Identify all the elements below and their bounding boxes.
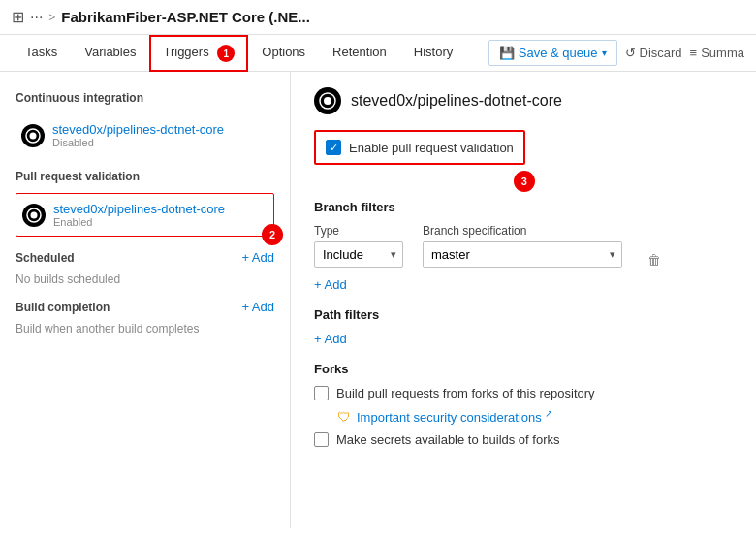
build-completion-no-content: Build when another build completes [16, 322, 274, 336]
build-forks-label: Build pull requests from forks of this r… [336, 386, 595, 400]
enable-pr-label: Enable pull request validation [349, 141, 514, 155]
right-panel-repo-icon [314, 87, 341, 114]
build-completion-section-header: Build completion + Add [16, 300, 274, 314]
undo-icon: ↺ [625, 46, 636, 60]
nav-actions: 💾 Save & queue ▾ ↺ Discard ≡ Summa [488, 40, 744, 66]
enable-pr-checkbox[interactable]: ✓ [326, 140, 341, 155]
scheduled-section-header: Scheduled + Add [16, 250, 274, 265]
ci-repo-icon [21, 124, 45, 147]
security-row: 🛡 Important security considerations ↗ [337, 408, 733, 425]
tab-triggers[interactable]: Triggers 1 [149, 35, 248, 72]
secrets-checkbox[interactable] [314, 432, 329, 447]
tab-variables[interactable]: Variables [71, 35, 149, 71]
nav-tabs: Tasks Variables Triggers 1 Options Reten… [0, 35, 756, 72]
more-options-button[interactable]: ··· [30, 9, 43, 26]
branch-spec-input[interactable] [424, 242, 621, 267]
tab-retention[interactable]: Retention [319, 35, 400, 71]
build-completion-add-button[interactable]: + Add [241, 300, 274, 314]
badge-3: 3 [514, 171, 535, 192]
save-icon: 💾 [499, 46, 515, 60]
right-panel-repo-name: steved0x/pipelines-dotnet-core [351, 92, 562, 110]
pr-repo-name: steved0x/pipelines-dotnet-core [53, 202, 225, 216]
branch-filters-row: Type Include Exclude ▾ Branch specificat… [314, 224, 733, 268]
path-filter-add-button[interactable]: + Add [314, 332, 733, 346]
path-filters-title: Path filters [314, 307, 733, 322]
branch-spec-label: Branch specification [423, 224, 622, 238]
type-label: Type [314, 224, 403, 238]
svg-point-1 [30, 133, 37, 140]
discard-button[interactable]: ↺ Discard [625, 46, 682, 60]
type-select-wrapper: Include Exclude ▾ [314, 241, 403, 268]
build-forks-row: Build pull requests from forks of this r… [314, 386, 733, 400]
dropdown-arrow-icon: ▾ [602, 48, 607, 58]
page-title: FabrikamFiber-ASP.NET Core (.NE... [61, 9, 309, 25]
pr-trigger-item[interactable]: steved0x/pipelines-dotnet-core Enabled 2 [16, 193, 274, 237]
pr-status: Enabled [53, 216, 225, 228]
tab-options[interactable]: Options [248, 35, 319, 71]
branch-filters-title: Branch filters [314, 200, 733, 214]
branch-spec-wrapper: ▾ [423, 241, 622, 268]
ci-trigger-info: steved0x/pipelines-dotnet-core Disabled [52, 122, 224, 148]
tab-tasks[interactable]: Tasks [12, 35, 71, 71]
delete-branch-filter-button[interactable]: 🗑 [647, 252, 661, 268]
type-filter-col: Type Include Exclude ▾ [314, 224, 403, 268]
secrets-row: Make secrets available to builds of fork… [314, 432, 733, 447]
scheduled-add-button[interactable]: + Add [241, 250, 274, 265]
forks-section: Forks Build pull requests from forks of … [314, 362, 733, 447]
badge-1: 1 [217, 45, 235, 62]
ci-repo-name: steved0x/pipelines-dotnet-core [52, 122, 224, 137]
svg-point-3 [31, 212, 38, 219]
svg-point-5 [324, 97, 331, 105]
enable-pr-row[interactable]: ✓ Enable pull request validation [314, 130, 525, 165]
right-panel-header: steved0x/pipelines-dotnet-core [314, 87, 733, 114]
external-link-icon: ↗ [545, 408, 552, 419]
security-link[interactable]: Important security considerations ↗ [357, 408, 552, 425]
shield-icon: 🛡 [337, 409, 351, 425]
pr-trigger-info: steved0x/pipelines-dotnet-core Enabled [53, 202, 225, 228]
branch-filter-add-button[interactable]: + Add [314, 277, 733, 292]
grid-icon: ⊞ [12, 8, 24, 26]
ci-section-title: Continuous integration [16, 91, 274, 105]
secrets-label: Make secrets available to builds of fork… [336, 432, 560, 447]
save-queue-button[interactable]: 💾 Save & queue ▾ [488, 40, 617, 66]
pr-repo-icon [22, 204, 46, 227]
branch-spec-col: Branch specification ▾ [423, 224, 622, 268]
ci-status: Disabled [52, 137, 224, 148]
ci-trigger-item[interactable]: steved0x/pipelines-dotnet-core Disabled [16, 114, 274, 156]
menu-icon: ≡ [690, 46, 698, 60]
right-panel: steved0x/pipelines-dotnet-core ✓ Enable … [291, 72, 756, 528]
pr-section-title: Pull request validation [16, 170, 274, 183]
scheduled-title: Scheduled [16, 251, 75, 265]
scheduled-no-content: No builds scheduled [16, 272, 274, 286]
build-completion-title: Build completion [16, 301, 110, 314]
breadcrumb-chevron: > [48, 11, 55, 24]
badge-2: 2 [262, 224, 283, 245]
checkmark-icon: ✓ [330, 142, 338, 154]
type-select[interactable]: Include Exclude [315, 242, 402, 267]
summary-button[interactable]: ≡ Summa [690, 46, 744, 60]
build-forks-checkbox[interactable] [314, 386, 329, 400]
forks-title: Forks [314, 362, 733, 376]
left-panel: Continuous integration steved0x/pipeline… [0, 72, 291, 528]
tab-history[interactable]: History [400, 35, 466, 71]
main-content: Continuous integration steved0x/pipeline… [0, 72, 756, 528]
top-bar: ⊞ ··· > FabrikamFiber-ASP.NET Core (.NE.… [0, 0, 756, 35]
